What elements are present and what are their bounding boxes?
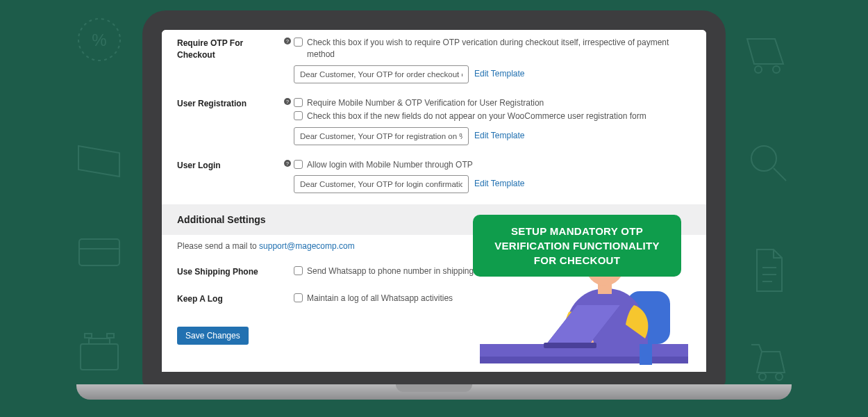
row-user-login: User Login ? Allow login with Mobile Num… xyxy=(162,152,706,200)
support-note: Please send a mail to support@magecomp.c… xyxy=(162,235,706,258)
label-user-login: User Login xyxy=(177,159,281,193)
edit-template-link-checkout[interactable]: Edit Template xyxy=(474,68,525,80)
svg-rect-29 xyxy=(544,343,596,348)
section-additional-settings: Additional Settings xyxy=(162,204,706,235)
svg-rect-5 xyxy=(85,334,92,338)
checkbox-keep-a-log[interactable] xyxy=(294,293,303,302)
svg-point-8 xyxy=(773,66,780,73)
help-icon[interactable]: ? xyxy=(281,159,294,193)
checkbox-require-mobile-otp[interactable] xyxy=(294,98,303,107)
svg-rect-4 xyxy=(81,344,118,370)
save-changes-button[interactable]: Save Changes xyxy=(177,327,249,345)
svg-point-14 xyxy=(759,373,766,380)
svg-rect-23 xyxy=(480,357,688,363)
desc-shipping: Send Whatsapp to phone number in shippin… xyxy=(307,265,506,277)
svg-text:?: ? xyxy=(286,39,289,44)
label-keep-a-log: Keep A Log xyxy=(177,293,281,306)
desc-register-1: Require Mobile Number & OTP Verification… xyxy=(307,97,544,109)
checkbox-fields-missing[interactable] xyxy=(294,111,303,120)
desc-log: Maintain a log of all Whatsapp activitie… xyxy=(307,293,453,304)
svg-rect-6 xyxy=(107,334,114,338)
template-input-login[interactable] xyxy=(294,175,469,193)
edit-template-link-register[interactable]: Edit Template xyxy=(474,130,525,142)
svg-point-15 xyxy=(776,373,783,380)
desc-register-2: Check this box if the new fields do not … xyxy=(307,111,646,122)
row-keep-a-log: Keep A Log Maintain a log of all Whatsap… xyxy=(162,286,706,313)
row-user-registration: User Registration ? Require Mobile Numbe… xyxy=(162,90,706,152)
template-input-checkout[interactable] xyxy=(294,65,469,83)
svg-line-10 xyxy=(774,168,786,181)
label-require-otp: Require OTP For Checkout xyxy=(177,37,281,83)
svg-point-26 xyxy=(577,337,594,348)
laptop-base xyxy=(76,384,792,400)
label-use-shipping-phone: Use Shipping Phone xyxy=(177,265,281,279)
row-require-otp-checkout: Require OTP For Checkout ? Check this bo… xyxy=(162,30,706,90)
help-icon[interactable]: ? xyxy=(281,37,294,83)
svg-text:%: % xyxy=(92,31,106,49)
checkbox-allow-login-otp[interactable] xyxy=(294,160,303,169)
template-input-register[interactable] xyxy=(294,127,469,145)
row-use-shipping-phone: Use Shipping Phone Send Whatsapp to phon… xyxy=(162,259,706,286)
svg-point-9 xyxy=(751,146,776,171)
support-email-link[interactable]: support@magecomp.com xyxy=(259,241,355,251)
desc-require-otp: Check this box if you wish to require OT… xyxy=(307,37,691,61)
svg-point-7 xyxy=(755,66,762,73)
svg-rect-2 xyxy=(79,239,119,265)
svg-rect-25 xyxy=(640,344,652,365)
svg-rect-22 xyxy=(480,344,688,357)
svg-text:?: ? xyxy=(286,161,289,165)
edit-template-link-login[interactable]: Edit Template xyxy=(474,178,525,190)
checkbox-require-otp[interactable] xyxy=(294,38,303,47)
svg-text:?: ? xyxy=(286,99,289,104)
checkbox-use-shipping-phone[interactable] xyxy=(294,266,303,275)
desc-login: Allow login with Mobile Number through O… xyxy=(307,159,473,171)
help-icon[interactable]: ? xyxy=(281,97,294,145)
label-user-registration: User Registration xyxy=(177,97,281,145)
